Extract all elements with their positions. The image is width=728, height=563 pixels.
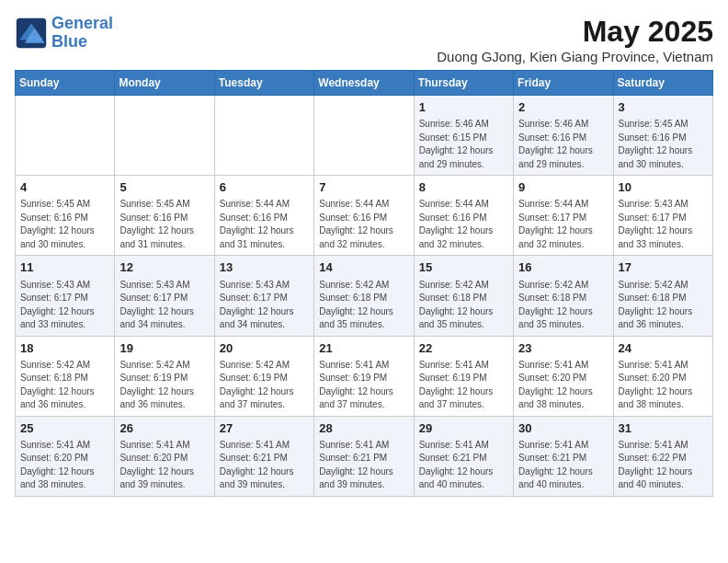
day-header-saturday: Saturday [613, 71, 712, 96]
day-info: Sunrise: 5:42 AM Sunset: 6:19 PM Dayligh… [220, 359, 309, 412]
day-info: Sunrise: 5:42 AM Sunset: 6:18 PM Dayligh… [619, 279, 708, 332]
day-number: 18 [20, 340, 109, 357]
calendar-cell [214, 96, 313, 176]
calendar-cell: 12Sunrise: 5:43 AM Sunset: 6:17 PM Dayli… [115, 256, 214, 336]
day-info: Sunrise: 5:46 AM Sunset: 6:15 PM Dayligh… [419, 118, 508, 171]
calendar-cell: 21Sunrise: 5:41 AM Sunset: 6:19 PM Dayli… [314, 336, 414, 416]
day-number: 20 [220, 340, 309, 357]
day-header-friday: Friday [514, 71, 613, 96]
day-header-sunday: Sunday [16, 71, 115, 96]
calendar-table: SundayMondayTuesdayWednesdayThursdayFrid… [15, 70, 713, 497]
calendar-cell: 17Sunrise: 5:42 AM Sunset: 6:18 PM Dayli… [613, 256, 712, 336]
day-number: 31 [619, 420, 708, 437]
calendar-cell: 24Sunrise: 5:41 AM Sunset: 6:20 PM Dayli… [613, 336, 712, 416]
calendar-cell: 6Sunrise: 5:44 AM Sunset: 6:16 PM Daylig… [214, 176, 313, 256]
day-info: Sunrise: 5:45 AM Sunset: 6:16 PM Dayligh… [119, 198, 209, 251]
calendar-cell: 16Sunrise: 5:42 AM Sunset: 6:18 PM Dayli… [514, 256, 613, 336]
day-number: 2 [518, 99, 608, 116]
day-info: Sunrise: 5:41 AM Sunset: 6:20 PM Dayligh… [518, 359, 608, 412]
day-info: Sunrise: 5:43 AM Sunset: 6:17 PM Dayligh… [119, 279, 209, 332]
day-number: 9 [518, 179, 608, 196]
page-header: General Blue May 2025 Duong GJong, Kien … [15, 15, 713, 64]
calendar-cell: 11Sunrise: 5:43 AM Sunset: 6:17 PM Dayli… [16, 256, 115, 336]
logo-line2: Blue [51, 32, 87, 51]
day-number: 7 [319, 179, 408, 196]
calendar-cell: 20Sunrise: 5:42 AM Sunset: 6:19 PM Dayli… [214, 336, 313, 416]
day-number: 23 [518, 340, 608, 357]
day-info: Sunrise: 5:41 AM Sunset: 6:20 PM Dayligh… [20, 439, 109, 492]
day-info: Sunrise: 5:41 AM Sunset: 6:21 PM Dayligh… [220, 439, 309, 492]
calendar-cell: 18Sunrise: 5:42 AM Sunset: 6:18 PM Dayli… [16, 336, 115, 416]
day-info: Sunrise: 5:43 AM Sunset: 6:17 PM Dayligh… [20, 279, 109, 332]
calendar-cell: 1Sunrise: 5:46 AM Sunset: 6:15 PM Daylig… [414, 96, 513, 176]
day-header-monday: Monday [115, 71, 214, 96]
day-info: Sunrise: 5:43 AM Sunset: 6:17 PM Dayligh… [619, 198, 708, 251]
day-number: 11 [20, 259, 109, 276]
day-number: 4 [20, 179, 109, 196]
calendar-cell: 22Sunrise: 5:41 AM Sunset: 6:19 PM Dayli… [414, 336, 513, 416]
logo: General Blue [15, 15, 113, 52]
calendar-subtitle: Duong GJong, Kien Giang Province, Vietna… [437, 49, 713, 64]
day-info: Sunrise: 5:42 AM Sunset: 6:18 PM Dayligh… [319, 279, 408, 332]
calendar-title: May 2025 [437, 15, 713, 49]
day-number: 8 [419, 179, 508, 196]
day-info: Sunrise: 5:41 AM Sunset: 6:19 PM Dayligh… [419, 359, 508, 412]
day-number: 14 [319, 259, 408, 276]
day-number: 5 [119, 179, 209, 196]
day-number: 10 [619, 179, 708, 196]
calendar-cell: 4Sunrise: 5:45 AM Sunset: 6:16 PM Daylig… [16, 176, 115, 256]
calendar-cell: 9Sunrise: 5:44 AM Sunset: 6:17 PM Daylig… [514, 176, 613, 256]
day-info: Sunrise: 5:43 AM Sunset: 6:17 PM Dayligh… [220, 279, 309, 332]
day-number: 6 [220, 179, 309, 196]
calendar-cell: 29Sunrise: 5:41 AM Sunset: 6:21 PM Dayli… [414, 416, 513, 496]
logo-text: General Blue [51, 15, 113, 52]
day-info: Sunrise: 5:44 AM Sunset: 6:17 PM Dayligh… [518, 198, 608, 251]
calendar-cell: 31Sunrise: 5:41 AM Sunset: 6:22 PM Dayli… [613, 416, 712, 496]
day-info: Sunrise: 5:46 AM Sunset: 6:16 PM Dayligh… [518, 118, 608, 171]
day-number: 21 [319, 340, 408, 357]
day-number: 26 [119, 420, 209, 437]
day-number: 22 [419, 340, 508, 357]
calendar-cell: 7Sunrise: 5:44 AM Sunset: 6:16 PM Daylig… [314, 176, 414, 256]
day-info: Sunrise: 5:42 AM Sunset: 6:18 PM Dayligh… [20, 359, 109, 412]
calendar-header: SundayMondayTuesdayWednesdayThursdayFrid… [16, 71, 713, 96]
day-info: Sunrise: 5:41 AM Sunset: 6:19 PM Dayligh… [319, 359, 408, 412]
day-info: Sunrise: 5:42 AM Sunset: 6:18 PM Dayligh… [518, 279, 608, 332]
day-info: Sunrise: 5:41 AM Sunset: 6:20 PM Dayligh… [619, 359, 708, 412]
calendar-cell: 8Sunrise: 5:44 AM Sunset: 6:16 PM Daylig… [414, 176, 513, 256]
day-number: 30 [518, 420, 608, 437]
week-row-1: 4Sunrise: 5:45 AM Sunset: 6:16 PM Daylig… [16, 176, 713, 256]
day-number: 12 [119, 259, 209, 276]
title-area: May 2025 Duong GJong, Kien Giang Provinc… [437, 15, 713, 64]
calendar-cell: 25Sunrise: 5:41 AM Sunset: 6:20 PM Dayli… [16, 416, 115, 496]
logo-line1: General [51, 14, 113, 32]
day-info: Sunrise: 5:45 AM Sunset: 6:16 PM Dayligh… [619, 118, 708, 171]
day-header-tuesday: Tuesday [214, 71, 313, 96]
day-header-thursday: Thursday [414, 71, 513, 96]
calendar-cell [314, 96, 414, 176]
day-header-row: SundayMondayTuesdayWednesdayThursdayFrid… [16, 71, 713, 96]
day-number: 1 [419, 99, 508, 116]
day-info: Sunrise: 5:42 AM Sunset: 6:19 PM Dayligh… [119, 359, 209, 412]
calendar-cell: 14Sunrise: 5:42 AM Sunset: 6:18 PM Dayli… [314, 256, 414, 336]
day-number: 3 [619, 99, 708, 116]
week-row-4: 25Sunrise: 5:41 AM Sunset: 6:20 PM Dayli… [16, 416, 713, 496]
day-number: 19 [119, 340, 209, 357]
day-info: Sunrise: 5:44 AM Sunset: 6:16 PM Dayligh… [419, 198, 508, 251]
calendar-cell: 5Sunrise: 5:45 AM Sunset: 6:16 PM Daylig… [115, 176, 214, 256]
week-row-0: 1Sunrise: 5:46 AM Sunset: 6:15 PM Daylig… [16, 96, 713, 176]
calendar-cell: 15Sunrise: 5:42 AM Sunset: 6:18 PM Dayli… [414, 256, 513, 336]
calendar-cell: 10Sunrise: 5:43 AM Sunset: 6:17 PM Dayli… [613, 176, 712, 256]
day-number: 16 [518, 259, 608, 276]
day-info: Sunrise: 5:42 AM Sunset: 6:18 PM Dayligh… [419, 279, 508, 332]
day-number: 24 [619, 340, 708, 357]
day-info: Sunrise: 5:41 AM Sunset: 6:22 PM Dayligh… [619, 439, 708, 492]
week-row-2: 11Sunrise: 5:43 AM Sunset: 6:17 PM Dayli… [16, 256, 713, 336]
day-number: 13 [220, 259, 309, 276]
day-number: 29 [419, 420, 508, 437]
day-info: Sunrise: 5:44 AM Sunset: 6:16 PM Dayligh… [220, 198, 309, 251]
calendar-cell [16, 96, 115, 176]
calendar-cell: 19Sunrise: 5:42 AM Sunset: 6:19 PM Dayli… [115, 336, 214, 416]
week-row-3: 18Sunrise: 5:42 AM Sunset: 6:18 PM Dayli… [16, 336, 713, 416]
day-number: 25 [20, 420, 109, 437]
